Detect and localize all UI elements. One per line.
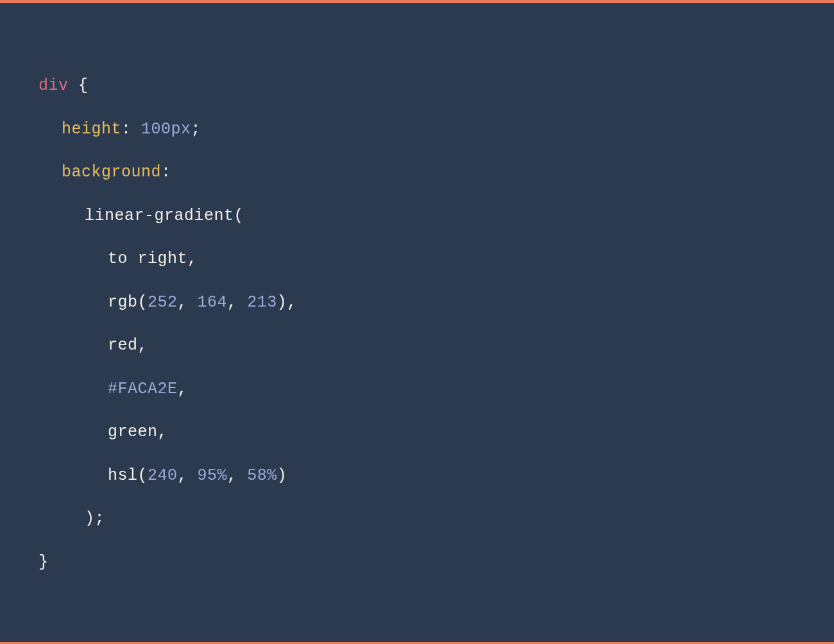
code-line-6: rgb(252, 164, 213),	[38, 281, 796, 325]
comma: ,	[158, 423, 168, 441]
css-code-block[interactable]: div { height: 100px; background: linear-…	[38, 64, 796, 584]
comma: ,	[227, 293, 237, 312]
code-line-1: div {	[38, 64, 796, 108]
paren-open: (	[234, 207, 244, 225]
code-line-10: hsl(240, 95%, 58%)	[38, 454, 796, 498]
comma: ,	[178, 293, 188, 312]
code-editor-panel: div { height: 100px; background: linear-…	[0, 0, 834, 644]
css-property-height: height	[62, 120, 121, 139]
code-line-3: background:	[38, 151, 796, 194]
comma: ,	[178, 466, 188, 485]
css-selector: div	[38, 76, 69, 95]
hsl-s: 95	[198, 466, 217, 485]
color-green: green	[108, 423, 158, 441]
comma: ,	[138, 336, 148, 355]
comma: ,	[227, 466, 237, 485]
colon: :	[161, 163, 171, 182]
css-property-background: background	[62, 163, 161, 182]
paren-close: )	[277, 466, 287, 485]
code-line-9: green,	[38, 411, 796, 454]
hex-color: #FACA2E	[108, 380, 178, 398]
brace-open: {	[69, 76, 89, 95]
paren-open: (	[138, 293, 148, 312]
paren-open: (	[138, 466, 148, 485]
percent: %	[267, 466, 277, 485]
code-line-11: );	[38, 497, 796, 541]
color-red: red	[108, 336, 138, 355]
code-line-7: red,	[38, 324, 796, 368]
rgb-r: 252	[148, 293, 178, 312]
rgb-b: 213	[247, 293, 277, 312]
code-line-12: }	[38, 541, 796, 584]
comma: ,	[178, 380, 188, 398]
hsl-h: 240	[148, 466, 178, 485]
func-linear-gradient: linear-gradient	[85, 207, 234, 225]
brace-close: }	[38, 553, 49, 572]
func-hsl: hsl	[108, 466, 138, 485]
space	[187, 466, 198, 485]
code-line-8: #FACA2E,	[38, 368, 796, 411]
colon: :	[121, 120, 141, 139]
func-rgb: rgb	[108, 293, 138, 312]
code-line-5: to right,	[38, 237, 796, 281]
paren-close-semi: );	[85, 509, 105, 528]
comma: ,	[287, 293, 297, 312]
height-unit: px	[171, 120, 191, 139]
code-line-4: linear-gradient(	[38, 194, 796, 238]
code-line-2: height: 100px;	[38, 108, 796, 151]
rgb-g: 164	[198, 293, 228, 312]
height-value: 100	[141, 120, 171, 139]
comma: ,	[187, 250, 198, 268]
space	[237, 466, 248, 485]
space	[187, 293, 198, 312]
semicolon: ;	[191, 120, 201, 139]
to-right: to right	[108, 250, 187, 268]
hsl-l: 58	[247, 466, 267, 485]
space	[237, 293, 248, 312]
percent: %	[217, 466, 228, 485]
paren-close: )	[277, 293, 287, 312]
